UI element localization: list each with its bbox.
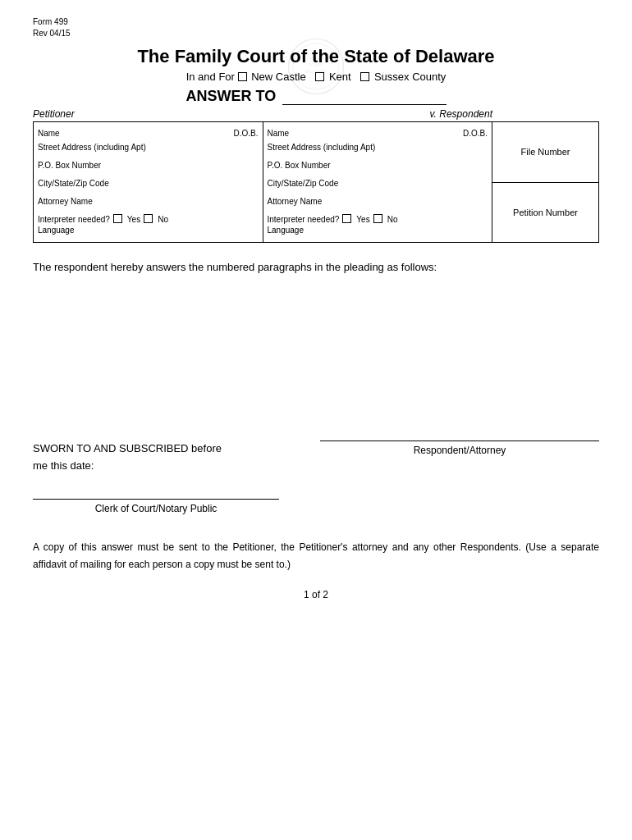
body-text: The respondent hereby answers the number… xyxy=(33,259,599,276)
in-and-for-text: In and For xyxy=(186,71,235,83)
respondent-yes-label: Yes xyxy=(356,215,369,224)
street-address-row: Street Address (including Apt) Street Ad… xyxy=(34,140,492,158)
respondent-attorney-row: Attorney Name xyxy=(263,194,492,212)
respondent-name-row: Name D.O.B. xyxy=(263,122,492,140)
court-title: The Family Court of the State of Delawar… xyxy=(33,46,599,67)
petition-number-label: Petition Number xyxy=(513,208,578,217)
petitioner-yes-label: Yes xyxy=(127,215,140,224)
footer-text: A copy of this answer must be sent to th… xyxy=(33,539,599,573)
petitioner-no-label: No xyxy=(158,215,168,224)
petitioner-city-label: City/State/Zip Code xyxy=(38,179,109,188)
respondent-interpreter-row: Interpreter needed? Yes No Language xyxy=(263,212,492,242)
petitioner-po-row: P.O. Box Number xyxy=(34,158,263,176)
petitioner-city-row: City/State/Zip Code xyxy=(34,176,263,194)
respondent-city-row: City/State/Zip Code xyxy=(263,176,492,194)
name-dob-row: Name D.O.B. Name D.O.B. xyxy=(34,122,492,140)
clerk-label: Clerk of Court/Notary Public xyxy=(33,503,279,514)
sworn-left: SWORN TO AND SUBSCRIBED before me this d… xyxy=(33,441,222,475)
petitioner-dob-label: D.O.B. xyxy=(233,129,258,138)
sussex-checkbox[interactable] xyxy=(360,72,369,81)
clerk-signature-line[interactable] xyxy=(33,499,279,500)
respondent-po-label: P.O. Box Number xyxy=(268,161,331,170)
respondent-col: Name D.O.B. xyxy=(263,122,492,140)
respondent-dob-label: D.O.B. xyxy=(463,129,488,138)
petitioner-col: Name D.O.B. xyxy=(34,122,263,140)
petitioner-interpreter-label: Interpreter needed? xyxy=(38,215,110,224)
petitioner-attorney-row: Attorney Name xyxy=(34,194,263,212)
respondent-language-label: Language xyxy=(268,226,305,235)
petitioner-no-checkbox[interactable] xyxy=(144,214,153,223)
petitioner-name-label: Name xyxy=(38,129,60,138)
parties-labels: Petitioner v. Respondent xyxy=(33,108,599,120)
po-box-row: P.O. Box Number P.O. Box Number xyxy=(34,158,492,176)
petitioner-city-col: City/State/Zip Code xyxy=(34,176,263,194)
respondent-signature-line[interactable] xyxy=(320,441,599,441)
petitioner-interpreter-col: Interpreter needed? Yes No Language xyxy=(34,212,263,242)
answer-to-title: ANSWER TO xyxy=(185,88,276,105)
respondent-attorney-col: Attorney Name xyxy=(263,194,492,212)
form-table-container: Name D.O.B. Name D.O.B. Street Address (… xyxy=(33,121,599,243)
respondent-name-label: Name xyxy=(268,129,290,138)
interpreter-row: Interpreter needed? Yes No Language Inte… xyxy=(34,212,492,242)
petitioner-name-row: Name D.O.B. xyxy=(34,122,263,140)
city-row: City/State/Zip Code City/State/Zip Code xyxy=(34,176,492,194)
respondent-street-row: Street Address (including Apt) xyxy=(263,140,492,158)
respondent-interpreter-label: Interpreter needed? xyxy=(268,215,340,224)
respondent-attorney-label: Attorney Name xyxy=(268,197,323,206)
court-subtitle: In and For New Castle Kent Sussex County xyxy=(33,71,599,83)
respondent-no-checkbox[interactable] xyxy=(373,214,382,223)
form-number: Form 499 xyxy=(33,16,599,28)
file-number-label: File Number xyxy=(521,147,570,157)
respondent-po-col: P.O. Box Number xyxy=(263,158,492,176)
respondent-attorney-signature-label: Respondent/Attorney xyxy=(320,445,599,456)
signature-section: SWORN TO AND SUBSCRIBED before me this d… xyxy=(33,441,599,515)
attorney-row: Attorney Name Attorney Name xyxy=(34,194,492,212)
sworn-line2: me this date: xyxy=(33,458,222,475)
sussex-county-label: Sussex County xyxy=(374,71,446,83)
sworn-line1: SWORN TO AND SUBSCRIBED before xyxy=(33,441,222,458)
respondent-no-label: No xyxy=(387,215,398,224)
petitioner-interpreter-row: Interpreter needed? Yes No Language xyxy=(34,212,263,242)
petitioner-language-label: Language xyxy=(38,226,75,235)
form-meta: Form 499 Rev 04/15 xyxy=(33,16,599,39)
petitioner-yes-checkbox[interactable] xyxy=(113,214,122,223)
petitioner-street-label: Street Address (including Apt) xyxy=(38,143,146,152)
parties-table: Name D.O.B. Name D.O.B. Street Address (… xyxy=(33,121,492,243)
respondent-label: v. Respondent xyxy=(430,108,493,120)
petitioner-street-row: Street Address (including Apt) xyxy=(34,140,263,158)
respondent-city-col: City/State/Zip Code xyxy=(263,176,492,194)
respondent-street-label: Street Address (including Apt) xyxy=(268,143,376,152)
respondent-street-col: Street Address (including Apt) xyxy=(263,140,492,158)
new-castle-checkbox[interactable] xyxy=(238,72,247,81)
file-petition-box: File Number Petition Number xyxy=(492,121,599,243)
clerk-section: Clerk of Court/Notary Public xyxy=(33,499,599,514)
sworn-section: SWORN TO AND SUBSCRIBED before me this d… xyxy=(33,441,599,475)
respondent-city-label: City/State/Zip Code xyxy=(268,179,339,188)
respondent-yes-checkbox[interactable] xyxy=(342,214,351,223)
answer-to-line[interactable] xyxy=(282,104,447,105)
petitioner-label: Petitioner xyxy=(33,108,75,120)
petitioner-street-col: Street Address (including Apt) xyxy=(34,140,263,158)
petitioner-attorney-label: Attorney Name xyxy=(38,197,93,206)
kent-checkbox[interactable] xyxy=(315,72,324,81)
respondent-interpreter-col: Interpreter needed? Yes No Language xyxy=(263,212,492,242)
petitioner-attorney-col: Attorney Name xyxy=(34,194,263,212)
petition-number-cell: Petition Number xyxy=(492,183,598,243)
respondent-po-row: P.O. Box Number xyxy=(263,158,492,176)
petitioner-po-label: P.O. Box Number xyxy=(38,161,101,170)
petitioner-po-col: P.O. Box Number xyxy=(34,158,263,176)
page-number: 1 of 2 xyxy=(33,589,599,600)
file-number-cell: File Number xyxy=(492,122,598,183)
respondent-signature-block: Respondent/Attorney xyxy=(320,441,599,456)
